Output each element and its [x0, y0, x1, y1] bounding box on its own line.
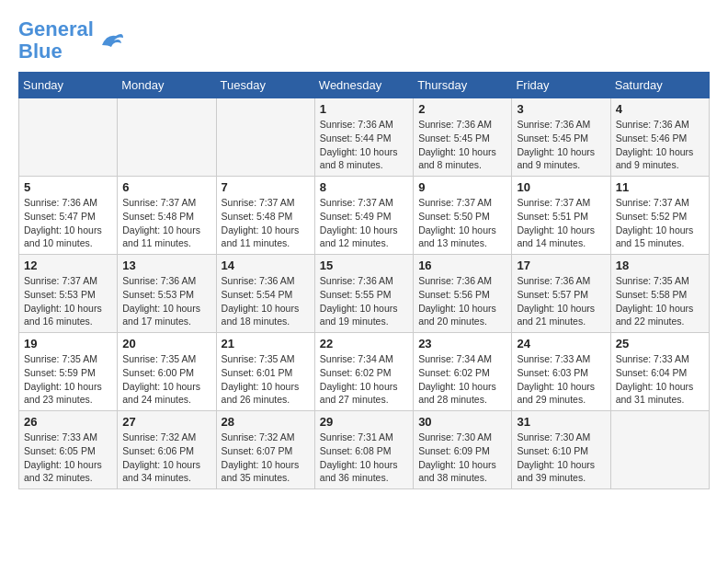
calendar-cell: [610, 411, 709, 489]
calendar-cell: 18Sunrise: 7:35 AM Sunset: 5:58 PM Dayli…: [610, 255, 709, 333]
day-number: 16: [418, 259, 506, 272]
calendar-cell: 23Sunrise: 7:34 AM Sunset: 6:02 PM Dayli…: [414, 333, 512, 411]
day-info: Sunrise: 7:33 AM Sunset: 6:04 PM Dayligh…: [616, 352, 704, 407]
logo-icon: [97, 27, 125, 54]
calendar-cell: 31Sunrise: 7:30 AM Sunset: 6:10 PM Dayli…: [512, 411, 610, 489]
day-number: 12: [24, 259, 112, 272]
calendar-cell: 21Sunrise: 7:35 AM Sunset: 6:01 PM Dayli…: [216, 333, 314, 411]
day-info: Sunrise: 7:30 AM Sunset: 6:09 PM Dayligh…: [418, 431, 506, 485]
day-info: Sunrise: 7:37 AM Sunset: 5:52 PM Dayligh…: [616, 196, 704, 250]
day-number: 25: [616, 337, 704, 350]
day-number: 10: [517, 180, 605, 194]
day-number: 22: [320, 337, 408, 350]
day-number: 29: [320, 415, 408, 429]
day-number: 21: [222, 337, 310, 350]
calendar-cell: 27Sunrise: 7:32 AM Sunset: 6:06 PM Dayli…: [118, 411, 216, 489]
day-number: 24: [517, 337, 605, 350]
day-number: 17: [517, 259, 605, 272]
day-number: 1: [320, 102, 408, 116]
calendar-cell: 22Sunrise: 7:34 AM Sunset: 6:02 PM Dayli…: [314, 333, 413, 411]
day-info: Sunrise: 7:37 AM Sunset: 5:50 PM Dayligh…: [418, 196, 506, 250]
calendar-table: SundayMondayTuesdayWednesdayThursdayFrid…: [18, 72, 710, 489]
day-info: Sunrise: 7:36 AM Sunset: 5:46 PM Dayligh…: [616, 118, 704, 172]
day-info: Sunrise: 7:37 AM Sunset: 5:48 PM Dayligh…: [122, 196, 210, 250]
day-number: 19: [24, 337, 112, 350]
calendar-cell: 7Sunrise: 7:37 AM Sunset: 5:48 PM Daylig…: [216, 177, 314, 255]
calendar-cell: 29Sunrise: 7:31 AM Sunset: 6:08 PM Dayli…: [314, 411, 413, 489]
calendar-week-row: 26Sunrise: 7:33 AM Sunset: 6:05 PM Dayli…: [19, 411, 710, 489]
day-info: Sunrise: 7:36 AM Sunset: 5:56 PM Dayligh…: [418, 274, 506, 328]
weekday-header-row: SundayMondayTuesdayWednesdayThursdayFrid…: [19, 73, 710, 98]
day-info: Sunrise: 7:35 AM Sunset: 6:01 PM Dayligh…: [222, 352, 310, 407]
day-info: Sunrise: 7:31 AM Sunset: 6:08 PM Dayligh…: [320, 431, 408, 485]
weekday-header-thursday: Thursday: [414, 73, 512, 98]
day-number: 14: [222, 259, 310, 272]
day-number: 27: [122, 415, 210, 429]
day-info: Sunrise: 7:36 AM Sunset: 5:57 PM Dayligh…: [517, 274, 605, 328]
calendar-week-row: 19Sunrise: 7:35 AM Sunset: 5:59 PM Dayli…: [19, 333, 710, 411]
calendar-cell: 15Sunrise: 7:36 AM Sunset: 5:55 PM Dayli…: [314, 255, 413, 333]
calendar-cell: 14Sunrise: 7:36 AM Sunset: 5:54 PM Dayli…: [216, 255, 314, 333]
calendar-cell: 24Sunrise: 7:33 AM Sunset: 6:03 PM Dayli…: [512, 333, 610, 411]
weekday-header-wednesday: Wednesday: [314, 73, 413, 98]
calendar-cell: 25Sunrise: 7:33 AM Sunset: 6:04 PM Dayli…: [610, 333, 709, 411]
calendar-cell: 30Sunrise: 7:30 AM Sunset: 6:09 PM Dayli…: [414, 411, 512, 489]
day-info: Sunrise: 7:36 AM Sunset: 5:45 PM Dayligh…: [418, 118, 506, 172]
day-number: 28: [222, 415, 310, 429]
day-info: Sunrise: 7:36 AM Sunset: 5:53 PM Dayligh…: [122, 274, 210, 328]
day-info: Sunrise: 7:37 AM Sunset: 5:48 PM Dayligh…: [222, 196, 310, 250]
day-number: 26: [24, 415, 112, 429]
calendar-cell: 9Sunrise: 7:37 AM Sunset: 5:50 PM Daylig…: [414, 177, 512, 255]
calendar-cell: 1Sunrise: 7:36 AM Sunset: 5:44 PM Daylig…: [314, 98, 413, 177]
day-info: Sunrise: 7:36 AM Sunset: 5:54 PM Dayligh…: [222, 274, 310, 328]
day-info: Sunrise: 7:37 AM Sunset: 5:51 PM Dayligh…: [517, 196, 605, 250]
day-info: Sunrise: 7:37 AM Sunset: 5:49 PM Dayligh…: [320, 196, 408, 250]
day-number: 20: [122, 337, 210, 350]
day-info: Sunrise: 7:34 AM Sunset: 6:02 PM Dayligh…: [418, 352, 506, 407]
day-info: Sunrise: 7:35 AM Sunset: 5:58 PM Dayligh…: [616, 274, 704, 328]
calendar-cell: 26Sunrise: 7:33 AM Sunset: 6:05 PM Dayli…: [19, 411, 118, 489]
calendar-cell: 17Sunrise: 7:36 AM Sunset: 5:57 PM Dayli…: [512, 255, 610, 333]
logo: GeneralBlue: [18, 18, 125, 63]
day-info: Sunrise: 7:36 AM Sunset: 5:45 PM Dayligh…: [517, 118, 605, 172]
weekday-header-saturday: Saturday: [610, 73, 709, 98]
weekday-header-sunday: Sunday: [19, 73, 118, 98]
day-number: 15: [320, 259, 408, 272]
calendar-cell: 3Sunrise: 7:36 AM Sunset: 5:45 PM Daylig…: [512, 98, 610, 177]
day-number: 2: [418, 102, 506, 116]
day-number: 3: [517, 102, 605, 116]
calendar-cell: 28Sunrise: 7:32 AM Sunset: 6:07 PM Dayli…: [216, 411, 314, 489]
day-number: 9: [418, 180, 506, 194]
day-number: 30: [418, 415, 506, 429]
logo-text: GeneralBlue: [18, 18, 94, 63]
day-info: Sunrise: 7:35 AM Sunset: 6:00 PM Dayligh…: [122, 352, 210, 407]
page-header: GeneralBlue: [18, 18, 710, 63]
day-number: 8: [320, 180, 408, 194]
day-info: Sunrise: 7:37 AM Sunset: 5:53 PM Dayligh…: [24, 274, 112, 328]
calendar-cell: 11Sunrise: 7:37 AM Sunset: 5:52 PM Dayli…: [610, 177, 709, 255]
calendar-cell: 10Sunrise: 7:37 AM Sunset: 5:51 PM Dayli…: [512, 177, 610, 255]
day-info: Sunrise: 7:32 AM Sunset: 6:06 PM Dayligh…: [122, 431, 210, 485]
day-info: Sunrise: 7:36 AM Sunset: 5:47 PM Dayligh…: [24, 196, 112, 250]
calendar-week-row: 1Sunrise: 7:36 AM Sunset: 5:44 PM Daylig…: [19, 98, 710, 177]
day-number: 5: [24, 180, 112, 194]
weekday-header-monday: Monday: [118, 73, 216, 98]
calendar-cell: 8Sunrise: 7:37 AM Sunset: 5:49 PM Daylig…: [314, 177, 413, 255]
calendar-cell: [216, 98, 314, 177]
day-info: Sunrise: 7:33 AM Sunset: 6:03 PM Dayligh…: [517, 352, 605, 407]
calendar-cell: 2Sunrise: 7:36 AM Sunset: 5:45 PM Daylig…: [414, 98, 512, 177]
calendar-week-row: 12Sunrise: 7:37 AM Sunset: 5:53 PM Dayli…: [19, 255, 710, 333]
day-number: 13: [122, 259, 210, 272]
calendar-cell: 12Sunrise: 7:37 AM Sunset: 5:53 PM Dayli…: [19, 255, 118, 333]
day-number: 7: [222, 180, 310, 194]
calendar-cell: 19Sunrise: 7:35 AM Sunset: 5:59 PM Dayli…: [19, 333, 118, 411]
calendar-week-row: 5Sunrise: 7:36 AM Sunset: 5:47 PM Daylig…: [19, 177, 710, 255]
calendar-cell: 5Sunrise: 7:36 AM Sunset: 5:47 PM Daylig…: [19, 177, 118, 255]
weekday-header-friday: Friday: [512, 73, 610, 98]
day-number: 11: [616, 180, 704, 194]
calendar-cell: 4Sunrise: 7:36 AM Sunset: 5:46 PM Daylig…: [610, 98, 709, 177]
day-info: Sunrise: 7:32 AM Sunset: 6:07 PM Dayligh…: [222, 431, 310, 485]
calendar-cell: [19, 98, 118, 177]
calendar-cell: 16Sunrise: 7:36 AM Sunset: 5:56 PM Dayli…: [414, 255, 512, 333]
day-number: 31: [517, 415, 605, 429]
